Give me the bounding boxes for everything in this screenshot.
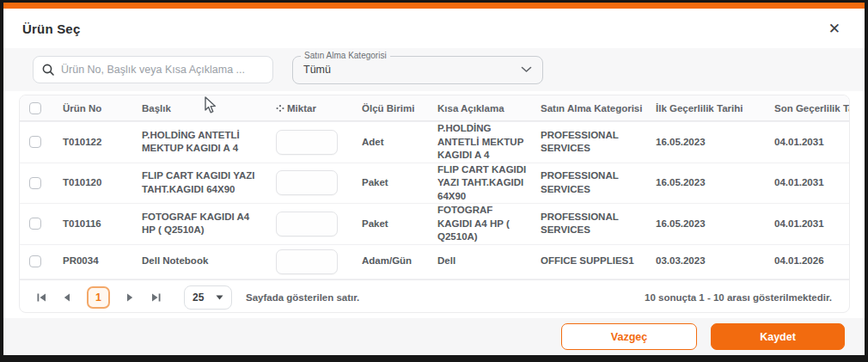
cell-kisa-aciklama: P.HOLDİNG ANTETLİ MEKTUP KAGIDI A 4 (425, 122, 529, 163)
quantity-input[interactable] (276, 249, 338, 274)
row-checkbox-cell (20, 177, 51, 189)
table-row: T010116 FOTOGRAF KAGIDI A4 HP ( Q2510A) … (20, 204, 849, 245)
current-page-badge[interactable]: 1 (87, 286, 110, 309)
col-header-son-gecerlilik: Son Geçerlilik Tarihi (762, 103, 849, 114)
cell-olcu-birimi: Adet (350, 136, 425, 150)
row-checkbox[interactable] (29, 177, 41, 189)
quantity-input[interactable] (276, 170, 338, 195)
table-header-row: Ürün No Başlık Miktar Ölçü Birimi Kısa A… (20, 95, 849, 121)
cell-son-gecerlilik: 04.01.2031 (762, 176, 849, 190)
column-drag-handle-icon[interactable] (276, 104, 284, 113)
rows-per-page-label: Sayfada gösterilen satır. (246, 292, 359, 303)
cell-baslik: FLIP CART KAGIDI YAZI TAHT.KAGIDI 64X90 (130, 169, 264, 196)
product-table: Ürün No Başlık Miktar Ölçü Birimi Kısa A… (19, 95, 850, 313)
save-button[interactable]: Kaydet (711, 323, 845, 350)
cancel-button[interactable]: Vazgeç (561, 323, 697, 350)
row-checkbox[interactable] (29, 218, 41, 230)
cell-kategori: OFFICE SUPPLIES1 (529, 255, 644, 268)
cell-son-gecerlilik: 04.01.2031 (762, 136, 849, 150)
col-header-miktar: Miktar (264, 103, 350, 114)
cell-kategori: PROFESSIONAL SERVICES (529, 129, 644, 156)
row-checkbox-cell (20, 218, 51, 230)
quantity-input[interactable] (276, 130, 338, 155)
cell-baslik: P.HOLDİNG ANTETLİ MEKTUP KAGIDI A 4 (130, 129, 264, 156)
table-body: T010122 P.HOLDİNG ANTETLİ MEKTUP KAGIDI … (20, 122, 849, 279)
chevron-down-icon (521, 66, 532, 73)
close-icon[interactable]: ✕ (828, 21, 840, 36)
search-box (33, 56, 273, 83)
row-checkbox[interactable] (29, 136, 41, 148)
caret-down-icon (216, 295, 223, 300)
modal-title: Ürün Seç (22, 21, 80, 36)
last-page-button[interactable] (146, 288, 165, 307)
cell-baslik: FOTOGRAF KAGIDI A4 HP ( Q2510A) (130, 211, 264, 237)
cell-kisa-aciklama: FLIP CART KAGIDI YAZI TAHT.KAGIDI 64X90 (425, 163, 529, 204)
search-icon (42, 64, 54, 76)
cell-olcu-birimi: Paket (350, 218, 425, 231)
row-checkbox-cell (20, 255, 51, 267)
search-input[interactable] (61, 64, 264, 76)
cell-kategori: PROFESSIONAL SERVICES (529, 211, 644, 237)
header-checkbox-cell (20, 102, 51, 114)
product-select-modal: Ürün Seç ✕ Satın Alma Kategorisi Tümü Ür… (3, 3, 865, 355)
previous-page-button[interactable] (58, 288, 76, 307)
next-page-button[interactable] (120, 288, 139, 307)
cell-olcu-birimi: Adam/Gün (350, 255, 425, 268)
cell-ilk-gecerlilik: 16.05.2023 (644, 136, 762, 150)
table-row: T010120 FLIP CART KAGIDI YAZI TAHT.KAGID… (20, 163, 849, 205)
cell-olcu-birimi: Paket (350, 176, 425, 190)
col-header-ilk-gecerlilik: İlk Geçerlilik Tarihi (644, 103, 762, 114)
cell-son-gecerlilik: 04.01.2031 (762, 218, 849, 231)
cell-urun-no: T010120 (51, 176, 130, 190)
col-header-olcu-birimi: Ölçü Birimi (350, 103, 425, 114)
pagination-bar: 1 25 Sayfada gösterilen satır. 10 sonuçt… (20, 279, 849, 313)
category-select-label: Satın Alma Kategorisi (301, 51, 390, 60)
row-checkbox[interactable] (29, 255, 41, 267)
cell-son-gecerlilik: 04.01.2026 (762, 255, 849, 268)
modal-titlebar: Ürün Seç ✕ (3, 9, 865, 48)
cell-baslik: Dell Notebook (130, 255, 264, 268)
quantity-input[interactable] (276, 212, 338, 236)
cell-ilk-gecerlilik: 16.05.2023 (644, 218, 762, 231)
modal-accent-bar (3, 3, 865, 9)
page-size-select[interactable]: 25 (184, 285, 232, 310)
first-page-button[interactable] (32, 288, 51, 307)
page-size-value: 25 (193, 291, 204, 304)
cell-urun-no: PR0034 (51, 255, 130, 268)
cell-kisa-aciklama: FOTOGRAF KAGIDI A4 HP ( Q2510A) (425, 204, 529, 244)
filter-bar: Satın Alma Kategorisi Tümü (3, 48, 865, 91)
row-checkbox-cell (20, 136, 51, 148)
select-all-checkbox[interactable] (29, 102, 41, 114)
col-header-baslik: Başlık (130, 103, 264, 114)
col-header-satin-alma-kategorisi: Satın Alma Kategorisi (529, 103, 644, 114)
cell-urun-no: T010116 (51, 218, 130, 231)
cell-kategori: PROFESSIONAL SERVICES (529, 169, 644, 196)
results-summary: 10 sonuçta 1 - 10 arası gösterilmektedir… (645, 292, 832, 303)
cell-kisa-aciklama: Dell (425, 255, 529, 268)
cell-urun-no: T010122 (51, 136, 130, 150)
table-row: PR0034 Dell Notebook Adam/Gün Dell OFFIC… (20, 245, 849, 279)
table-row: T010122 P.HOLDİNG ANTETLİ MEKTUP KAGIDI … (20, 122, 849, 163)
modal-footer: Vazgeç Kaydet (3, 318, 865, 355)
category-select[interactable]: Satın Alma Kategorisi Tümü (292, 56, 543, 84)
category-select-value: Tümü (303, 64, 521, 76)
col-header-urun-no: Ürün No (51, 103, 130, 114)
cell-ilk-gecerlilik: 03.03.2023 (644, 255, 762, 268)
cell-ilk-gecerlilik: 16.05.2023 (644, 176, 762, 190)
col-header-kisa-aciklama: Kısa Açıklama (425, 103, 529, 114)
